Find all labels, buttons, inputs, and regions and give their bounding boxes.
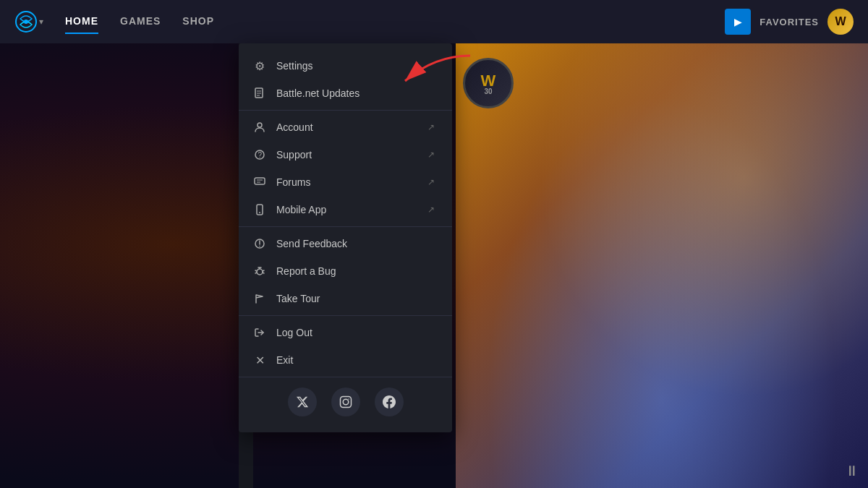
logo-area[interactable]: ▾ xyxy=(14,10,43,33)
document-icon xyxy=(253,87,266,100)
svg-text:?: ? xyxy=(258,151,263,159)
wow-badge: W 30 xyxy=(463,58,514,108)
pause-icon[interactable]: ⏸ xyxy=(845,463,859,479)
account-external-icon: ↗ xyxy=(427,122,438,132)
menu-item-mobile-app[interactable]: Mobile App ↗ xyxy=(239,196,452,223)
mobile-app-label: Mobile App xyxy=(276,204,417,215)
battlenet-updates-label: Battle.net Updates xyxy=(276,87,438,99)
mobile-icon xyxy=(253,203,266,216)
account-icon xyxy=(253,121,266,134)
forums-external-icon: ↗ xyxy=(427,177,438,187)
svg-line-21 xyxy=(263,270,264,271)
menu-section-links: Account ↗ ? Support ↗ Forums ↗ xyxy=(239,111,452,227)
menu-item-send-feedback[interactable]: Send Feedback xyxy=(239,230,452,257)
svg-line-22 xyxy=(255,273,257,273)
svg-point-6 xyxy=(258,123,262,127)
forums-label: Forums xyxy=(276,176,417,188)
game-character-art xyxy=(456,43,868,488)
svg-point-17 xyxy=(257,269,263,275)
logo-chevron-icon: ▾ xyxy=(39,17,43,27)
svg-rect-9 xyxy=(255,178,265,184)
nav-games[interactable]: GAMES xyxy=(120,9,161,34)
take-tour-label: Take Tour xyxy=(276,293,438,304)
mobile-external-icon: ↗ xyxy=(427,205,438,215)
nav-home[interactable]: HOME xyxy=(65,9,98,34)
feedback-icon xyxy=(253,237,266,250)
menu-item-battlenet-updates[interactable]: Battle.net Updates xyxy=(239,80,452,107)
settings-label: Settings xyxy=(276,60,438,72)
logout-label: Log Out xyxy=(276,327,438,338)
topbar: ▾ HOME GAMES SHOP FAVORITES W xyxy=(0,0,868,43)
instagram-button[interactable] xyxy=(331,388,360,416)
dropdown-menu: ⚙ Settings Battle.net Updates xyxy=(239,43,452,432)
support-label: Support xyxy=(276,149,417,160)
svg-point-1 xyxy=(24,20,28,24)
account-label: Account xyxy=(276,121,417,133)
gear-icon: ⚙ xyxy=(253,59,266,72)
menu-item-forums[interactable]: Forums ↗ xyxy=(239,168,452,196)
menu-item-exit[interactable]: ✕ Exit xyxy=(239,346,452,374)
play-button[interactable] xyxy=(725,9,751,35)
social-links xyxy=(239,377,452,427)
battlenet-logo-icon xyxy=(14,10,38,33)
menu-item-take-tour[interactable]: Take Tour xyxy=(239,285,452,312)
nav-shop[interactable]: SHOP xyxy=(182,9,214,34)
exit-label: Exit xyxy=(276,354,438,366)
svg-point-27 xyxy=(343,399,349,405)
svg-point-13 xyxy=(259,212,260,213)
wow-badge-circle: W 30 xyxy=(463,58,514,108)
svg-point-28 xyxy=(348,398,349,400)
menu-section-feedback: Send Feedback Report a Bug xyxy=(239,227,452,316)
wow-icon[interactable]: W xyxy=(827,9,854,35)
svg-line-20 xyxy=(255,270,257,271)
svg-line-23 xyxy=(263,273,264,273)
support-external-icon: ↗ xyxy=(427,150,438,160)
wow-badge-number: 30 xyxy=(484,87,492,95)
svg-point-16 xyxy=(259,246,260,247)
twitter-button[interactable] xyxy=(288,388,317,416)
menu-section-session: Log Out ✕ Exit xyxy=(239,316,452,377)
send-feedback-label: Send Feedback xyxy=(276,238,438,249)
tour-icon xyxy=(253,292,266,305)
logout-icon xyxy=(253,326,266,339)
menu-section-app: ⚙ Settings Battle.net Updates xyxy=(239,49,452,111)
forums-icon xyxy=(253,176,266,189)
menu-item-settings[interactable]: ⚙ Settings xyxy=(239,52,452,80)
main-nav: HOME GAMES SHOP xyxy=(65,9,214,34)
favorites-button[interactable]: FAVORITES xyxy=(760,17,819,27)
support-icon: ? xyxy=(253,148,266,161)
menu-item-account[interactable]: Account ↗ xyxy=(239,114,452,141)
bug-icon xyxy=(253,265,266,278)
facebook-button[interactable] xyxy=(375,388,404,416)
menu-item-support[interactable]: ? Support ↗ xyxy=(239,141,452,168)
report-bug-label: Report a Bug xyxy=(276,265,438,277)
menu-item-logout[interactable]: Log Out xyxy=(239,319,452,346)
svg-rect-26 xyxy=(340,397,351,408)
topbar-right: FAVORITES W xyxy=(725,9,854,35)
game-background xyxy=(456,43,868,488)
menu-item-report-bug[interactable]: Report a Bug xyxy=(239,257,452,285)
exit-icon: ✕ xyxy=(253,354,266,367)
